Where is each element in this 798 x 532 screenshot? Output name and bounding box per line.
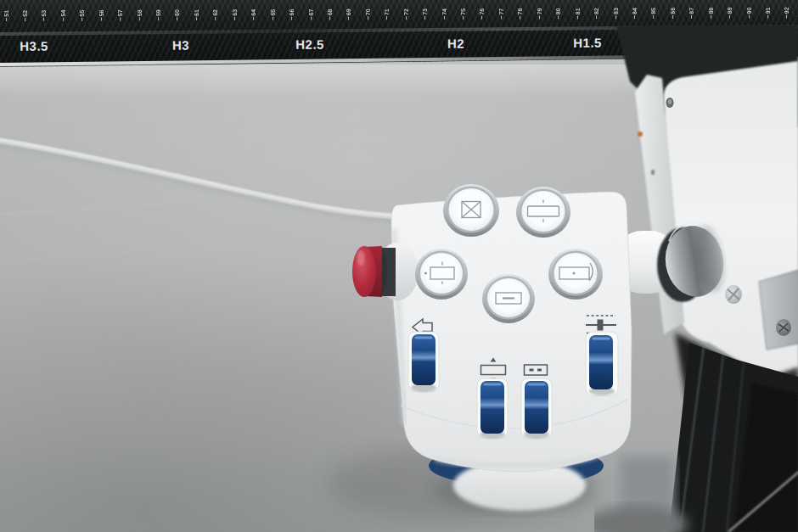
ruler-tick: 60 bbox=[173, 9, 182, 20]
ruler-tick-mark bbox=[158, 17, 159, 20]
rocker-switch-center-left bbox=[477, 378, 508, 439]
ruler-tick: 73 bbox=[421, 8, 430, 20]
ruler-tick: 75 bbox=[458, 8, 467, 20]
ruler-tick-mark bbox=[81, 17, 82, 20]
ruler-tick-mark bbox=[101, 17, 102, 20]
ruler-tick: 66 bbox=[288, 9, 296, 20]
ruler-tick-number: 59 bbox=[155, 9, 161, 16]
ruler-tick-number: 64 bbox=[250, 9, 256, 16]
ruler-tick-mark bbox=[711, 15, 711, 19]
ruler-tick: 57 bbox=[116, 9, 125, 20]
ruler-tick-number: 66 bbox=[289, 9, 295, 16]
ruler-tick-mark bbox=[729, 15, 730, 19]
ruler-tick: 71 bbox=[383, 8, 391, 20]
ruler-tick-mark bbox=[311, 16, 312, 20]
ruler-tick-mark bbox=[501, 16, 502, 20]
ruler-tick-number: 76 bbox=[479, 8, 485, 15]
ruler-section-label: H2.5 bbox=[295, 37, 324, 52]
ruler-tick-mark bbox=[424, 16, 425, 20]
ruler-tick-mark bbox=[234, 17, 235, 20]
ruler-tick: 62 bbox=[211, 9, 220, 20]
ruler-tick-mark bbox=[539, 15, 540, 19]
button-field-left-marker bbox=[415, 249, 468, 300]
ruler-tick-mark bbox=[291, 16, 292, 20]
ruler-tick: 92 bbox=[783, 7, 791, 18]
ruler-section-label: H2 bbox=[447, 36, 464, 51]
ruler-tick: 84 bbox=[630, 8, 638, 19]
ruler-tick-number: 62 bbox=[212, 9, 218, 16]
ruler-tick-number: 88 bbox=[708, 8, 714, 14]
ruler-tick-number: 75 bbox=[460, 8, 466, 15]
ruler-tick: 69 bbox=[345, 8, 353, 20]
ruler-tick-mark bbox=[215, 17, 216, 20]
ruler-tick-number: 55 bbox=[79, 10, 85, 17]
ruler-tick: 56 bbox=[97, 10, 105, 21]
ruler-tick: 90 bbox=[745, 8, 753, 19]
stop-cap-highlight bbox=[357, 250, 365, 266]
ruler-tick-mark bbox=[691, 15, 692, 19]
ruler-tick: 70 bbox=[363, 8, 372, 20]
ruler-tick-number: 60 bbox=[174, 9, 180, 16]
button-narrow-field bbox=[482, 274, 535, 323]
ruler-tick-mark bbox=[273, 17, 273, 20]
photo-medical-control-panel: 51 52 53 54 55 bbox=[0, 0, 798, 532]
ruler-tick-number: 80 bbox=[555, 8, 561, 14]
ruler-tick: 85 bbox=[649, 8, 658, 19]
ruler-tick-number: 81 bbox=[575, 8, 581, 14]
ruler-tick: 53 bbox=[40, 10, 48, 21]
ruler-tick: 82 bbox=[593, 8, 601, 19]
ruler-tick-mark bbox=[329, 16, 330, 20]
ruler-tick-mark bbox=[6, 18, 7, 21]
ruler-tick-number: 86 bbox=[670, 8, 676, 14]
ruler-tick: 52 bbox=[20, 10, 29, 21]
ruler-tick-number: 52 bbox=[22, 10, 28, 17]
ruler-tick-mark bbox=[386, 16, 387, 20]
ruler-tick-number: 91 bbox=[765, 8, 771, 14]
ruler-tick-number: 69 bbox=[346, 8, 351, 15]
ruler-tick-number: 85 bbox=[650, 8, 656, 14]
ruler-tick: 91 bbox=[763, 8, 772, 19]
ruler-tick-mark bbox=[406, 16, 407, 20]
ruler-tick: 86 bbox=[668, 8, 677, 19]
ruler-tick-mark bbox=[672, 15, 673, 19]
orange-marker-dot bbox=[638, 132, 643, 137]
ruler-tick: 79 bbox=[535, 8, 543, 20]
ruler-tick: 55 bbox=[78, 10, 87, 21]
ruler-tick-number: 71 bbox=[384, 8, 390, 15]
ruler-tick-mark bbox=[615, 15, 616, 19]
ruler-tick: 81 bbox=[573, 8, 582, 19]
ruler-tick: 54 bbox=[59, 10, 67, 21]
ruler-tick: 68 bbox=[325, 8, 334, 20]
ruler-tick: 88 bbox=[706, 8, 715, 19]
rocker-switch-right bbox=[586, 332, 618, 395]
ruler-tick: 80 bbox=[554, 8, 563, 19]
ruler-tick-number: 74 bbox=[441, 8, 447, 15]
button-field-rotate bbox=[548, 249, 603, 300]
ruler-tick-mark bbox=[520, 15, 520, 19]
ruler-tick-mark bbox=[653, 15, 654, 19]
floor-streak bbox=[0, 244, 255, 261]
ruler-tick-mark bbox=[139, 17, 140, 20]
ruler-tick-number: 54 bbox=[60, 10, 66, 17]
ruler-tick-number: 70 bbox=[365, 8, 371, 15]
ruler-tick-mark bbox=[444, 16, 445, 20]
ruler-tick-number: 68 bbox=[327, 9, 333, 16]
rocker-switch-center-right bbox=[521, 378, 552, 439]
button-crossed-field bbox=[443, 184, 499, 237]
ruler-tick: 72 bbox=[402, 8, 410, 20]
emergency-stop-button bbox=[352, 243, 419, 300]
ruler-tick: 65 bbox=[268, 9, 277, 20]
ruler-tick-number: 83 bbox=[612, 8, 618, 14]
ruler-ticks: 51 52 53 54 55 bbox=[2, 7, 791, 20]
ruler-tick: 87 bbox=[688, 8, 696, 19]
button-wide-field bbox=[516, 187, 570, 238]
ruler-tick: 83 bbox=[611, 8, 620, 19]
ruler-tick-mark bbox=[63, 18, 64, 21]
ruler-section-label: H3.5 bbox=[20, 39, 48, 53]
ruler-tick-number: 63 bbox=[232, 9, 238, 16]
bracket-hole-inner bbox=[668, 99, 672, 104]
ruler-tick-number: 89 bbox=[727, 8, 733, 14]
ruler-tick: 78 bbox=[516, 8, 525, 20]
ruler-tick-mark bbox=[348, 16, 349, 20]
ruler-tick-number: 84 bbox=[632, 8, 638, 14]
